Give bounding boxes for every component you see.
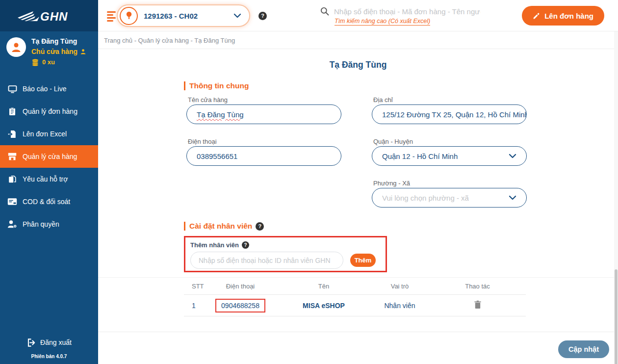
address-label: Địa chỉ (373, 96, 393, 104)
chevron-down-icon (509, 154, 516, 158)
add-staff-label: Thêm nhân viên ? (190, 241, 249, 249)
district-select[interactable]: Quận 12 - Hồ Chí Minh (372, 146, 527, 166)
support-icon (7, 174, 17, 184)
avatar (6, 37, 26, 57)
add-staff-annotation-box: Thêm nhân viên ? Nhập số điện thoại hoặc… (184, 236, 387, 272)
cell-role: Nhân viên (370, 302, 429, 310)
sidebar-item-yeu-cau-ho-tro[interactable]: Yêu cầu hỗ trợ (0, 168, 98, 190)
search-input[interactable]: Nhập số điện thoại - Mã đơn hàng - Tên n… (320, 6, 482, 16)
store-name-label: Tên cửa hàng (188, 96, 228, 104)
trash-icon (474, 300, 482, 309)
clipboard-icon (7, 106, 17, 116)
user-role: Chủ cửa hàng (31, 47, 96, 57)
excel-export-icon (7, 129, 17, 139)
update-button[interactable]: Cập nhật (558, 340, 609, 358)
store-help-icon[interactable]: ? (258, 12, 267, 20)
sidebar-item-quan-ly-cua-hang[interactable]: Quản lý cửa hàng (0, 145, 98, 168)
sidebar-item-len-don-excel[interactable]: Lên đơn Excel (0, 123, 98, 145)
sidebar-item-label: Yêu cầu hỗ trợ (23, 175, 68, 183)
scrollbar[interactable] (614, 31, 618, 364)
scrollbar-thumb[interactable] (615, 269, 618, 364)
app-window: GHN Tạ Đăng Tùng Chủ cửa hàng (0, 0, 618, 364)
staff-section-heading: Cài đặt nhân viên ? (184, 222, 264, 231)
cell-stt: 1 (184, 302, 204, 310)
phone-annotation-box: 0904688258 (215, 299, 265, 312)
store-name-input[interactable]: Tạ Đăng Tùng (186, 104, 341, 124)
logout-label: Đăng xuất (40, 338, 72, 346)
user-info: Tạ Đăng Tùng Chủ cửa hàng 0 xu (31, 36, 96, 68)
coins-icon (31, 59, 40, 66)
ghn-logo-text: GHN (40, 10, 68, 23)
chevron-down-icon (233, 13, 241, 18)
cell-phone: 0904688258 (204, 299, 277, 312)
sidebar-item-label: COD & đối soát (23, 198, 70, 206)
add-staff-input[interactable]: Nhập số điện thoại hoặc ID nhân viên GHN (190, 252, 343, 269)
sidebar: GHN Tạ Đăng Tùng Chủ cửa hàng (0, 0, 98, 364)
header-role: Vai trò (370, 283, 429, 290)
monitor-icon (7, 84, 17, 94)
person-icon (10, 41, 22, 53)
phone-input[interactable]: 0389556651 (186, 146, 341, 166)
delete-staff-button[interactable] (474, 300, 482, 311)
chevron-down-icon (509, 195, 516, 200)
sidebar-item-bao-cao-live[interactable]: Báo cáo - Live (0, 78, 98, 100)
sidebar-bottom: Đăng xuất Phiên bản 4.0.7 (0, 336, 98, 364)
topbar: 1291263 - CH02 ? Nhập số điện thoại - Mã… (98, 0, 618, 31)
staff-help-icon[interactable]: ? (256, 222, 264, 231)
sidebar-item-label: Báo cáo - Live (23, 85, 67, 93)
logout-icon (26, 338, 36, 347)
create-order-button[interactable]: Lên đơn hàng (522, 6, 604, 26)
pencil-icon (533, 12, 540, 20)
search-icon (320, 6, 330, 16)
sidebar-item-cod-doi-soat[interactable]: COD & đối soát (0, 190, 98, 213)
cell-name: MISA eSHOP (277, 302, 370, 310)
address-input[interactable]: 125/12 Đường TX 25, Quận 12, Hồ Chí Minh… (372, 104, 527, 124)
breadcrumb: Trang chủ - Quản lý cửa hàng - Tạ Đăng T… (98, 32, 618, 49)
general-section-heading: Thông tin chung (184, 81, 249, 90)
store-selector[interactable]: 1291263 - CH02 (117, 4, 250, 27)
main-content: Tạ Đăng Tùng Thông tin chung Tên cửa hàn… (98, 49, 618, 332)
version-text: Phiên bản 4.0.7 (0, 354, 98, 364)
location-pin-icon (120, 7, 138, 25)
sidebar-item-label: Lên đơn Excel (23, 130, 67, 138)
store-icon (7, 152, 17, 161)
sidebar-item-phan-quyen[interactable]: Phân quyền (0, 213, 98, 235)
sidebar-item-label: Phân quyền (23, 220, 59, 228)
cell-actions (429, 300, 526, 311)
cod-icon (7, 197, 17, 207)
logout-button[interactable]: Đăng xuất (0, 336, 98, 349)
advanced-search-link[interactable]: Tìm kiếm nâng cao (Có xuất Excel) (335, 18, 430, 26)
ghn-logo-icon: GHN (15, 8, 83, 24)
sidebar-item-quan-ly-don-hang[interactable]: Quản lý đơn hàng (0, 100, 98, 123)
search-placeholder: Nhập số điện thoại - Mã đơn hàng - Tên n… (334, 7, 480, 16)
header-stt: STT (184, 283, 204, 290)
ward-label: Phường - Xã (373, 180, 410, 187)
page-title: Tạ Đăng Tùng (98, 60, 618, 70)
add-staff-button[interactable]: Thêm (350, 254, 376, 267)
user-balance: 0 xu (31, 57, 96, 68)
staff-table: STT Điện thoại Tên Vai trò Thao tác 1 09… (184, 278, 526, 316)
create-order-label: Lên đơn hàng (544, 12, 593, 20)
logo-band: GHN (0, 0, 98, 31)
table-row: 1 0904688258 MISA eSHOP Nhân viên (184, 295, 526, 316)
sidebar-nav: Báo cáo - Live Quản lý đơn hàng Lên đơn … (0, 78, 98, 235)
header-phone: Điện thoại (204, 283, 277, 290)
add-staff-placeholder: Nhập số điện thoại hoặc ID nhân viên GHN (199, 257, 331, 264)
owner-badge-icon (80, 49, 86, 55)
district-label: Quận - Huyện (373, 138, 413, 145)
header-name: Tên (277, 283, 370, 290)
store-selector-value: 1291263 - CH02 (144, 12, 233, 20)
ward-select[interactable]: Vui lòng chọn phường - xã (372, 188, 527, 208)
table-header-row: STT Điện thoại Tên Vai trò Thao tác (184, 278, 526, 295)
footer-bar: Cập nhật (98, 332, 618, 364)
sidebar-item-label: Quản lý đơn hàng (23, 107, 77, 115)
search-area: Nhập số điện thoại - Mã đơn hàng - Tên n… (320, 6, 482, 26)
menu-toggle-icon[interactable] (107, 11, 117, 23)
phone-label: Điện thoại (188, 138, 217, 145)
sidebar-item-label: Quản lý cửa hàng (23, 153, 77, 160)
user-name: Tạ Đăng Tùng (31, 36, 96, 47)
add-staff-help-icon[interactable]: ? (242, 241, 249, 249)
header-actions: Thao tác (429, 283, 526, 290)
permission-icon (7, 219, 17, 229)
